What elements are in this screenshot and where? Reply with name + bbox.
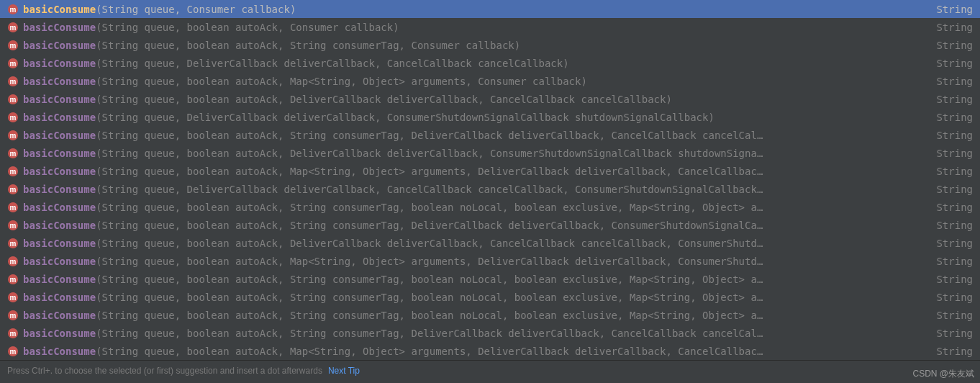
method-name: basicConsume xyxy=(23,148,96,159)
watermark: CSDN @朱友斌 xyxy=(912,368,974,380)
method-params: (String queue, boolean autoAck, String c… xyxy=(96,40,520,51)
completion-item[interactable]: mbasicConsume(String queue, boolean auto… xyxy=(0,288,980,306)
method-icon: m xyxy=(7,4,19,15)
svg-text:m: m xyxy=(10,59,17,67)
method-params: (String queue, DeliverCallback deliverCa… xyxy=(96,184,763,195)
svg-text:m: m xyxy=(10,239,17,247)
method-icon: m xyxy=(7,148,19,159)
completion-item[interactable]: mbasicConsume(String queue, boolean auto… xyxy=(0,270,980,288)
method-icon: m xyxy=(7,202,19,213)
return-type: String xyxy=(936,274,973,285)
svg-text:m: m xyxy=(10,95,17,103)
svg-text:m: m xyxy=(10,23,17,31)
method-name: basicConsume xyxy=(23,4,96,15)
method-params: (String queue, boolean autoAck, Map<Stri… xyxy=(96,346,763,357)
method-icon: m xyxy=(7,22,19,33)
method-icon: m xyxy=(7,76,19,87)
svg-text:m: m xyxy=(10,221,17,229)
method-icon: m xyxy=(7,256,19,267)
return-type: String xyxy=(936,130,973,141)
method-name: basicConsume xyxy=(23,94,96,105)
return-type: String xyxy=(936,40,973,51)
method-params: (String queue, boolean autoAck, Consumer… xyxy=(96,22,399,33)
completion-item[interactable]: mbasicConsume(String queue, boolean auto… xyxy=(0,36,980,54)
footer-hint: Press Ctrl+. to choose the selected (or … xyxy=(7,366,322,376)
method-icon: m xyxy=(7,292,19,303)
svg-text:m: m xyxy=(10,329,17,337)
method-params: (String queue, boolean autoAck, DeliverC… xyxy=(96,148,763,159)
method-params: (String queue, boolean autoAck, String c… xyxy=(96,202,763,213)
completion-item[interactable]: mbasicConsume(String queue, boolean auto… xyxy=(0,306,980,324)
method-params: (String queue, boolean autoAck, String c… xyxy=(96,292,763,303)
return-type: String xyxy=(936,148,973,159)
return-type: String xyxy=(936,220,973,231)
method-name: basicConsume xyxy=(23,328,96,339)
method-params: (String queue, DeliverCallback deliverCa… xyxy=(96,112,714,123)
method-icon: m xyxy=(7,220,19,231)
completion-item[interactable]: mbasicConsume(String queue, boolean auto… xyxy=(0,216,980,234)
completion-item[interactable]: mbasicConsume(String queue, Consumer cal… xyxy=(0,0,980,18)
return-type: String xyxy=(936,22,973,33)
completion-item[interactable]: mbasicConsume(String queue, boolean auto… xyxy=(0,72,980,90)
method-icon: m xyxy=(7,238,19,249)
method-name: basicConsume xyxy=(23,130,96,141)
svg-text:m: m xyxy=(10,113,17,121)
return-type: String xyxy=(936,310,973,321)
svg-text:m: m xyxy=(10,311,17,319)
completion-item[interactable]: mbasicConsume(String queue, boolean auto… xyxy=(0,198,980,216)
completion-item[interactable]: mbasicConsume(String queue, boolean auto… xyxy=(0,252,980,270)
completion-item[interactable]: mbasicConsume(String queue, boolean auto… xyxy=(0,234,980,252)
next-tip-link[interactable]: Next Tip xyxy=(328,366,360,376)
completion-item[interactable]: mbasicConsume(String queue, boolean auto… xyxy=(0,162,980,180)
return-type: String xyxy=(936,202,973,213)
method-icon: m xyxy=(7,274,19,285)
completion-item[interactable]: mbasicConsume(String queue, boolean auto… xyxy=(0,126,980,144)
method-icon: m xyxy=(7,40,19,51)
method-name: basicConsume xyxy=(23,310,96,321)
method-icon: m xyxy=(7,94,19,105)
method-icon: m xyxy=(7,310,19,321)
method-name: basicConsume xyxy=(23,238,96,249)
completion-item[interactable]: mbasicConsume(String queue, boolean auto… xyxy=(0,144,980,162)
svg-text:m: m xyxy=(10,41,17,49)
method-icon: m xyxy=(7,112,19,123)
return-type: String xyxy=(936,94,973,105)
method-params: (String queue, boolean autoAck, DeliverC… xyxy=(96,238,763,249)
method-params: (String queue, boolean autoAck, String c… xyxy=(96,274,763,285)
completion-item[interactable]: mbasicConsume(String queue, boolean auto… xyxy=(0,18,980,36)
method-icon: m xyxy=(7,346,19,357)
completion-item[interactable]: mbasicConsume(String queue, boolean auto… xyxy=(0,90,980,108)
method-params: (String queue, boolean autoAck, Map<Stri… xyxy=(96,166,763,177)
return-type: String xyxy=(936,76,973,87)
completion-item[interactable]: mbasicConsume(String queue, DeliverCallb… xyxy=(0,180,980,198)
svg-text:m: m xyxy=(10,131,17,139)
method-name: basicConsume xyxy=(23,184,96,195)
return-type: String xyxy=(936,238,973,249)
method-name: basicConsume xyxy=(23,274,96,285)
method-name: basicConsume xyxy=(23,202,96,213)
return-type: String xyxy=(936,292,973,303)
completion-item[interactable]: mbasicConsume(String queue, boolean auto… xyxy=(0,324,980,342)
method-icon: m xyxy=(7,328,19,339)
svg-text:m: m xyxy=(10,293,17,301)
return-type: String xyxy=(936,184,973,195)
completion-list: mbasicConsume(String queue, Consumer cal… xyxy=(0,0,980,360)
method-params: (String queue, DeliverCallback deliverCa… xyxy=(96,58,568,69)
svg-text:m: m xyxy=(10,167,17,175)
method-name: basicConsume xyxy=(23,58,96,69)
method-name: basicConsume xyxy=(23,220,96,231)
method-name: basicConsume xyxy=(23,166,96,177)
method-params: (String queue, boolean autoAck, String c… xyxy=(96,220,763,231)
method-icon: m xyxy=(7,184,19,195)
completion-item[interactable]: mbasicConsume(String queue, DeliverCallb… xyxy=(0,54,980,72)
return-type: String xyxy=(936,166,973,177)
completion-item[interactable]: mbasicConsume(String queue, DeliverCallb… xyxy=(0,108,980,126)
completion-item[interactable]: mbasicConsume(String queue, boolean auto… xyxy=(0,342,980,360)
method-name: basicConsume xyxy=(23,22,96,33)
svg-text:m: m xyxy=(10,347,17,355)
svg-text:m: m xyxy=(10,5,17,13)
method-params: (String queue, boolean autoAck, String c… xyxy=(96,130,763,141)
completion-footer: Press Ctrl+. to choose the selected (or … xyxy=(0,360,980,380)
method-icon: m xyxy=(7,166,19,177)
method-params: (String queue, boolean autoAck, String c… xyxy=(96,310,763,321)
